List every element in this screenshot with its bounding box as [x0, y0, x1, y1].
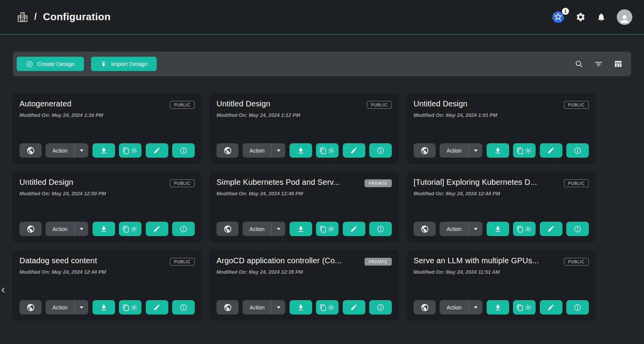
action-label[interactable]: Action — [243, 304, 271, 311]
caret-down-icon[interactable] — [75, 149, 88, 152]
filter-icon[interactable] — [594, 60, 603, 68]
visibility-globe-button[interactable] — [19, 300, 42, 314]
copy-clone-icon — [516, 147, 524, 155]
visibility-globe-button[interactable] — [19, 143, 42, 158]
settings-gear-icon[interactable] — [576, 12, 586, 22]
action-split-button[interactable]: Action — [440, 143, 482, 158]
action-label[interactable]: Action — [45, 304, 74, 311]
visibility-globe-button[interactable] — [216, 143, 239, 158]
edit-button[interactable] — [540, 143, 562, 158]
download-button[interactable] — [290, 143, 312, 158]
download-button[interactable] — [290, 300, 312, 314]
organization-building-icon[interactable] — [17, 12, 28, 22]
info-button[interactable] — [172, 300, 195, 314]
download-button[interactable] — [92, 222, 115, 236]
info-button[interactable] — [566, 300, 589, 314]
caret-down-icon[interactable] — [469, 149, 482, 152]
action-label[interactable]: Action — [440, 226, 468, 232]
info-button[interactable] — [369, 222, 392, 236]
download-button[interactable] — [290, 222, 312, 236]
action-label[interactable]: Action — [45, 148, 74, 154]
action-label[interactable]: Action — [440, 304, 468, 311]
design-title[interactable]: Simple Kubernetes Pod and Serv... — [216, 178, 340, 187]
caret-down-icon[interactable] — [75, 306, 88, 309]
action-label[interactable]: Action — [243, 226, 271, 232]
clone-button[interactable] — [513, 300, 536, 314]
action-label[interactable]: Action — [440, 148, 468, 154]
design-title[interactable]: Untitled Design — [414, 99, 468, 108]
info-button[interactable] — [566, 222, 589, 236]
edit-button[interactable] — [343, 143, 365, 158]
info-button[interactable] — [172, 143, 195, 158]
visibility-globe-button[interactable] — [414, 222, 436, 236]
info-button[interactable] — [172, 222, 195, 236]
clone-button[interactable] — [119, 143, 141, 158]
caret-down-icon[interactable] — [272, 306, 285, 309]
action-split-button[interactable]: Action — [243, 222, 285, 236]
user-avatar[interactable] — [617, 9, 632, 25]
caret-down-icon[interactable] — [469, 228, 482, 230]
visibility-globe-button[interactable] — [414, 300, 436, 314]
design-card: Simple Kubernetes Pod and Serv... PRIVAT… — [210, 172, 398, 241]
kubernetes-context-icon[interactable]: 1 — [552, 10, 565, 24]
visibility-globe-button[interactable] — [19, 222, 42, 236]
design-title[interactable]: Untitled Design — [216, 99, 271, 108]
action-split-button[interactable]: Action — [440, 222, 482, 236]
edit-button[interactable] — [146, 143, 168, 158]
caret-down-icon[interactable] — [272, 149, 285, 152]
clone-button[interactable] — [513, 143, 536, 158]
action-split-button[interactable]: Action — [45, 143, 88, 158]
clone-button[interactable] — [119, 222, 141, 236]
design-card: Untitled Design PUBLIC Modified On: May … — [210, 93, 398, 163]
info-button[interactable] — [566, 143, 589, 158]
table-view-icon[interactable] — [614, 59, 623, 68]
edit-button[interactable] — [540, 222, 562, 236]
edit-button[interactable] — [146, 222, 168, 236]
download-button[interactable] — [92, 300, 115, 314]
info-button[interactable] — [369, 143, 392, 158]
design-title[interactable]: [Tutorial] Exploring Kubernetes D... — [414, 178, 537, 187]
swirl-button[interactable] — [316, 300, 339, 314]
sidebar-collapse-chevron-icon[interactable]: ‹ — [1, 283, 5, 295]
globe-public-icon — [26, 225, 35, 233]
notifications-bell-icon[interactable] — [597, 12, 606, 22]
download-button[interactable] — [487, 300, 509, 314]
edit-button[interactable] — [540, 300, 562, 314]
action-split-button[interactable]: Action — [243, 143, 285, 158]
visibility-globe-button[interactable] — [216, 300, 239, 314]
design-title[interactable]: ArgoCD application controller (Co... — [216, 256, 342, 265]
edit-button[interactable] — [343, 300, 365, 314]
action-split-button[interactable]: Action — [243, 300, 285, 314]
edit-pencil-icon — [350, 147, 358, 154]
action-split-button[interactable]: Action — [45, 222, 88, 236]
globe-public-icon — [421, 303, 429, 312]
action-label[interactable]: Action — [45, 226, 74, 232]
download-button[interactable] — [487, 222, 509, 236]
clone-button[interactable] — [316, 143, 339, 158]
edit-button[interactable] — [343, 222, 365, 236]
info-button[interactable] — [369, 300, 392, 314]
caret-down-icon[interactable] — [75, 228, 88, 230]
create-design-button[interactable]: Create Design — [17, 57, 84, 71]
edit-button[interactable] — [146, 300, 168, 314]
visibility-globe-button[interactable] — [414, 143, 436, 158]
caret-down-icon[interactable] — [469, 306, 482, 309]
download-button[interactable] — [92, 143, 115, 158]
action-split-button[interactable]: Action — [45, 300, 88, 314]
design-title[interactable]: Untitled Design — [19, 178, 73, 187]
clone-button[interactable] — [119, 300, 141, 314]
action-label[interactable]: Action — [243, 148, 271, 154]
swirl-button[interactable] — [316, 222, 339, 236]
clone-button[interactable] — [513, 222, 536, 236]
caret-down-icon[interactable] — [272, 228, 285, 230]
design-title[interactable]: Datadog seed content — [19, 256, 97, 265]
action-split-button[interactable]: Action — [440, 300, 482, 314]
download-icon — [494, 225, 502, 233]
import-design-button[interactable]: Import Design — [91, 57, 157, 71]
design-title[interactable]: Serve an LLM with multiple GPUs... — [414, 256, 539, 265]
design-title[interactable]: Autogenerated — [19, 99, 72, 108]
card-action-row: Action — [216, 300, 392, 314]
search-icon[interactable] — [575, 60, 583, 68]
download-button[interactable] — [487, 143, 509, 158]
visibility-globe-button[interactable] — [216, 222, 239, 236]
